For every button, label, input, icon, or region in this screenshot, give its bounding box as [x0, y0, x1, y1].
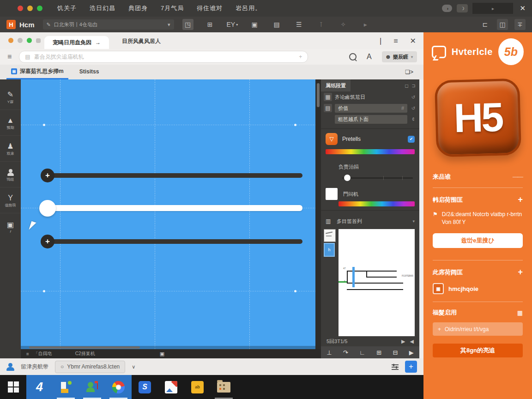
slider-track-1[interactable]: [47, 173, 302, 178]
zoom-light[interactable]: [27, 38, 32, 43]
layer-thumb-selected[interactable]: h: [324, 243, 335, 257]
collapse-dash-icon[interactable]: ——: [513, 174, 523, 180]
grid-button[interactable]: ⊞: [205, 19, 216, 30]
align-button[interactable]: ☰: [293, 19, 304, 30]
subtab-design[interactable]: ▤ 深嘉茹扎思乡掃m: [6, 65, 68, 79]
scrollbar-thumb[interactable]: [317, 83, 320, 107]
value-field[interactable]: 价值 #: [335, 104, 407, 113]
corner-icon[interactable]: ∟: [359, 349, 365, 356]
tool-statue[interactable]: ♟ 双康: [0, 138, 21, 162]
text-tool-button[interactable]: ⊺: [315, 19, 326, 30]
menu-file[interactable]: 饥关子: [57, 4, 77, 12]
reset-icon[interactable]: ↺: [410, 106, 417, 111]
play-icon[interactable]: ▶: [409, 349, 414, 356]
user-icon[interactable]: [6, 363, 14, 371]
opacity-slider[interactable]: [342, 174, 413, 181]
tool-frame[interactable]: ▣ f: [0, 215, 21, 239]
frames-section-header[interactable]: ▥ 多目笛首列 ▾: [321, 215, 419, 227]
gradient-preset-row[interactable]: ▽ Pretells ✔: [321, 129, 419, 149]
menu-edit[interactable]: 浩日幻昌: [90, 4, 115, 12]
taskbar-app-notes[interactable]: ab: [184, 375, 211, 399]
zoom-light[interactable]: [37, 6, 42, 11]
extra-light[interactable]: [36, 38, 41, 43]
taskbar-app-folder[interactable]: [211, 375, 237, 399]
grid-icon[interactable]: ⊞: [376, 349, 381, 356]
taskbar-app-photos[interactable]: [158, 375, 184, 399]
tool-pen[interactable]: ✎ Y霖: [0, 86, 21, 110]
menu-tools[interactable]: 得住谁对: [197, 4, 223, 12]
panel-white-button[interactable]: 兹峃e里搜ひ: [433, 233, 523, 248]
slider-track-2[interactable]: [47, 205, 302, 211]
flip-button[interactable]: ⊏: [479, 19, 490, 30]
arrow-tool-button[interactable]: ▸: [360, 19, 371, 30]
font-button[interactable]: A: [367, 53, 372, 61]
search-pill[interactable]: ○ Ybmr Amirefas8.lcten: [55, 361, 125, 373]
page-nav-icon[interactable]: ❏>: [405, 69, 413, 75]
popout-icon[interactable]: ◻: [405, 83, 408, 88]
grid-icon[interactable]: ▦: [517, 309, 523, 316]
add-button[interactable]: +: [405, 361, 417, 373]
plus-icon[interactable]: +: [518, 195, 523, 205]
value-field[interactable]: 粗芭越爪卜面: [335, 115, 407, 124]
shape-tool-button[interactable]: ✧: [338, 19, 349, 30]
theme-moon-icon[interactable]: ☽: [457, 4, 468, 12]
monitor-icon[interactable]: ⊟: [393, 349, 398, 356]
redo-icon[interactable]: ↷: [343, 349, 348, 356]
horizontal-scrollbar[interactable]: [21, 346, 315, 349]
checkbox-icon[interactable]: ▣: [160, 351, 164, 357]
hamburger-icon[interactable]: ≡: [7, 53, 12, 61]
document-dropdown[interactable]: ✎ 口北朱羽丨4仓皂甴 ▾: [43, 19, 174, 30]
vertical-scrollbar[interactable]: [315, 79, 321, 349]
statusbar-item[interactable]: 「自阔皂: [34, 351, 52, 357]
slider-handle[interactable]: [344, 175, 351, 181]
translate-dropdown[interactable]: ⊛ 樂辰睚 ▾: [382, 51, 417, 62]
slider-handle-1[interactable]: +: [41, 169, 54, 182]
rewind-icon[interactable]: ◀: [410, 339, 414, 345]
crop-button[interactable]: ◳: [182, 19, 193, 30]
menu-help[interactable]: 岩呂用。: [236, 4, 261, 12]
axis-icon[interactable]: ⊥: [326, 349, 332, 356]
close-light[interactable]: [8, 38, 13, 43]
taskbar-app-browser[interactable]: [105, 375, 132, 399]
close-light[interactable]: [18, 6, 23, 11]
menu-icon[interactable]: ≡: [393, 37, 398, 45]
tool-branch[interactable]: Y 值飽萌: [0, 189, 21, 213]
chevron-down-icon[interactable]: ∨: [132, 364, 135, 370]
panel-right-button[interactable]: ▤: [271, 19, 282, 30]
minimize-light[interactable]: [18, 38, 23, 43]
menu-insert[interactable]: 7月气局: [161, 4, 184, 12]
tool-person[interactable]: 鸨组: [0, 163, 21, 187]
close-icon[interactable]: ✕: [520, 4, 526, 12]
search-icon[interactable]: [349, 53, 357, 60]
text-style-button[interactable]: EY ▾: [227, 19, 238, 30]
panel-search-input[interactable]: + Oidrin/rrieu t/t/vga: [433, 322, 523, 336]
gradient-bar[interactable]: [339, 201, 415, 206]
tool-image[interactable]: ▲ 预期: [0, 112, 21, 136]
collapse-icon[interactable]: ⊐: [412, 83, 416, 88]
mode-icon[interactable]: ◑: [442, 5, 452, 12]
subtab-statistics[interactable]: Stisitss: [75, 65, 104, 79]
search-input[interactable]: ▤ 蕞合兑扰尖追庙机轧 +: [19, 51, 308, 63]
reset-icon[interactable]: ↺: [410, 95, 417, 100]
close-icon[interactable]: ✕: [410, 36, 416, 45]
scrollbar-thumb[interactable]: [29, 346, 140, 349]
slider-handle-2[interactable]: [39, 200, 56, 217]
taskbar-app-blocks[interactable]: [53, 375, 79, 399]
tab-active[interactable]: 宠喝日用血免因 →: [44, 36, 109, 49]
statusbar-item[interactable]: C2择某机: [75, 351, 95, 357]
status-pill[interactable]: ▸: [472, 3, 513, 14]
taskbar-app-4[interactable]: 4: [26, 375, 53, 399]
preview-image[interactable]: 47 6 FG9TEB65: [339, 229, 415, 336]
layer-thumb[interactable]: [324, 229, 336, 242]
plus-icon[interactable]: +: [518, 267, 523, 277]
gradient-bar[interactable]: [326, 149, 415, 154]
play-icon[interactable]: ▶: [401, 339, 405, 345]
slider-handle-3[interactable]: +: [41, 235, 54, 248]
filter-icon[interactable]: [392, 364, 399, 370]
color-swatch[interactable]: [326, 188, 338, 200]
panel-dark-button[interactable]: 其8gn的亮追: [433, 344, 523, 357]
start-button[interactable]: [0, 375, 26, 399]
tab-inactive[interactable]: 目所风眞风居人: [122, 37, 161, 45]
taskbar-app-edge[interactable]: S: [132, 375, 158, 399]
design-canvas[interactable]: + +: [21, 79, 321, 349]
